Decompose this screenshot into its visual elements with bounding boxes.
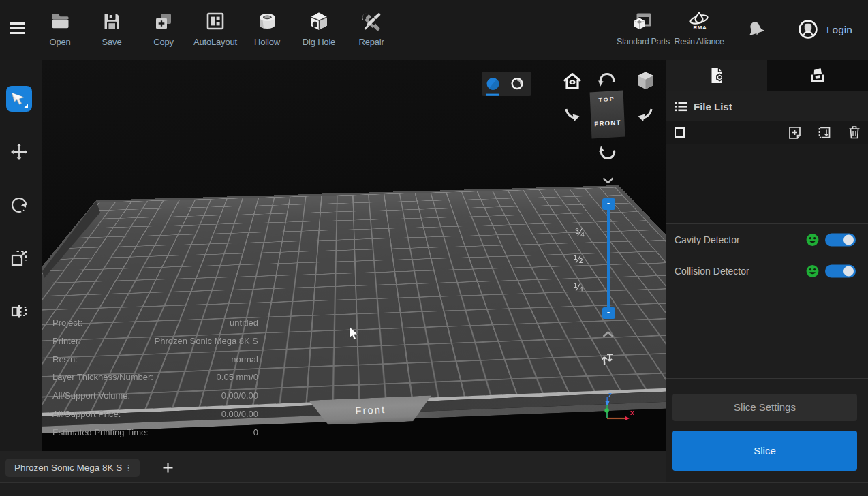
- svg-text:z: z: [608, 391, 612, 399]
- svg-text:RMA: RMA: [694, 25, 707, 31]
- svg-text:x: x: [630, 408, 635, 416]
